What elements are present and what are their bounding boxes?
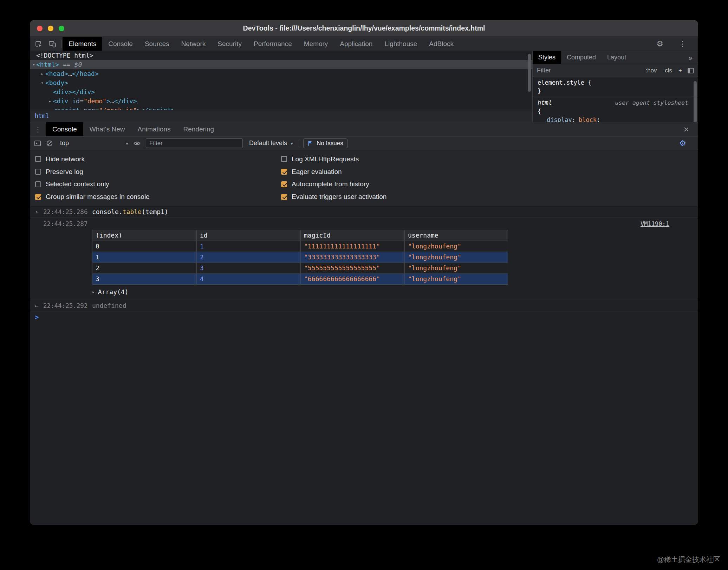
drawer-tab-animations[interactable]: Animations (131, 122, 177, 136)
table-cell: "longzhoufeng" (404, 241, 508, 252)
checkbox-unchecked[interactable] (35, 156, 41, 162)
html-style-rule[interactable]: html user agent stylesheet { display:blo… (533, 97, 698, 126)
styles-tab-computed[interactable]: Computed (561, 51, 602, 64)
dock-sidebar-icon[interactable] (688, 68, 694, 73)
watermark: @稀土掘金技术社区 (657, 555, 720, 564)
styles-scrollbar-thumb[interactable] (694, 81, 697, 123)
tab-elements[interactable]: Elements (63, 37, 102, 51)
table-header-cell[interactable]: (index) (92, 230, 196, 241)
chevron-down-icon: ▾ (126, 141, 128, 146)
tab-console[interactable]: Console (102, 37, 139, 51)
checkbox-checked[interactable] (281, 181, 287, 187)
table-row[interactable]: 12"333333333333333333""longzhoufeng" (92, 252, 508, 263)
console-return-row[interactable]: ← 22:44:25.292 undefined (30, 300, 698, 311)
setting-label: Selected context only (46, 180, 109, 188)
tab-memory[interactable]: Memory (298, 37, 334, 51)
styles-filter-input[interactable] (537, 67, 639, 74)
drawer-tab-what-s-new[interactable]: What's New (83, 122, 131, 136)
table-cell: 0 (92, 241, 196, 252)
table-header-cell[interactable]: id (196, 230, 300, 241)
expand-arrow-icon[interactable]: ▸ (47, 106, 52, 110)
minimize-window-button[interactable] (48, 26, 53, 31)
source-location-link[interactable]: VM1190:1 (641, 220, 669, 227)
table-row[interactable]: 23"555555555555555555""longzhoufeng" (92, 263, 508, 273)
console-command-row[interactable]: › 22:44:25.286 console.table(temp1) (30, 206, 698, 218)
window-controls (37, 26, 64, 31)
toggle-class-button[interactable]: .cls (663, 67, 672, 74)
tab-network[interactable]: Network (175, 37, 212, 51)
titlebar[interactable]: DevTools - file:///Users/chenxianglin/lh… (30, 20, 698, 37)
javascript-context-selector[interactable]: top ▾ (58, 140, 128, 147)
log-levels-dropdown[interactable]: Default levels ▾ (248, 140, 293, 147)
drawer-tabs-list: ConsoleWhat's NewAnimationsRendering (46, 122, 220, 136)
table-header-cell[interactable]: username (404, 230, 508, 241)
styles-tab-layout[interactable]: Layout (602, 51, 632, 64)
console-settings-gear-icon[interactable]: ⚙ (679, 139, 694, 148)
breadcrumb-item-html[interactable]: html (35, 112, 49, 119)
console-setting-hide-network[interactable]: Hide network (35, 153, 281, 166)
clear-console-icon[interactable] (46, 140, 53, 147)
expand-arrow-icon[interactable]: ▸ (92, 289, 95, 294)
dom-node-empty-div[interactable]: <div></div> (30, 88, 532, 97)
collapse-arrow-icon[interactable]: ▾ (40, 78, 45, 88)
dom-node-head[interactable]: ▸<head>…</head> (30, 69, 532, 78)
console-prompt[interactable]: > (30, 311, 698, 323)
checkbox-checked[interactable] (281, 194, 287, 200)
console-setting-preserve-log[interactable]: Preserve log (35, 166, 281, 178)
close-drawer-icon[interactable]: × (675, 122, 698, 136)
dom-node-script[interactable]: ▸<scriptsrc="/mock.js"></script> (30, 106, 532, 110)
tab-sources[interactable]: Sources (139, 37, 175, 51)
elements-scrollbar-thumb[interactable] (528, 54, 531, 92)
overflow-tabs-icon[interactable]: » (688, 51, 698, 64)
console-setting-autocomplete-from-history[interactable]: Autocomplete from history (281, 178, 386, 191)
console-setting-group-similar-messages-in-console[interactable]: Group similar messages in console (35, 190, 281, 203)
console-sidebar-icon[interactable] (34, 140, 41, 147)
console-settings-panel: Hide networkPreserve logSelected context… (30, 150, 698, 206)
new-style-rule-button[interactable]: + (678, 67, 682, 74)
rule-origin: user agent stylesheet (615, 99, 693, 107)
dom-node-doctype[interactable]: <!DOCTYPE html> (30, 51, 532, 60)
console-setting-evaluate-triggers-user-activation[interactable]: Evaluate triggers user activation (281, 190, 386, 203)
table-row[interactable]: 34"666666666666666666""longzhoufeng" (92, 273, 508, 284)
tab-adblock[interactable]: AdBlock (423, 37, 460, 51)
drawer-tab-console[interactable]: Console (46, 122, 83, 136)
inspect-icon[interactable] (35, 40, 42, 47)
expand-arrow-icon[interactable]: ▸ (40, 69, 45, 78)
dom-node-html[interactable]: ▾<html>==$0 (30, 60, 532, 69)
checkbox-unchecked[interactable] (35, 169, 41, 175)
tab-lighthouse[interactable]: Lighthouse (378, 37, 423, 51)
dom-node-body[interactable]: ▾<body> (30, 78, 532, 88)
dom-node-div-demo[interactable]: ▸<divid="demo">…</div> (30, 97, 532, 106)
tab-application[interactable]: Application (334, 37, 378, 51)
console-setting-log-xmlhttprequests[interactable]: Log XMLHttpRequests (281, 153, 386, 166)
drawer-menu-icon[interactable]: ⋮ (30, 122, 46, 136)
drawer-tab-rendering[interactable]: Rendering (177, 122, 220, 136)
expand-arrow-icon[interactable]: ▸ (47, 97, 52, 106)
collapse-arrow-icon[interactable]: ▾ (31, 60, 36, 69)
checkbox-unchecked[interactable] (35, 181, 41, 187)
checkbox-checked[interactable] (35, 194, 41, 200)
element-style-rule[interactable]: element.style { } (533, 77, 698, 97)
zoom-window-button[interactable] (59, 26, 64, 31)
close-window-button[interactable] (37, 26, 43, 31)
toggle-pseudo-state-button[interactable]: :hov (645, 67, 657, 74)
styles-tab-styles[interactable]: Styles (533, 51, 561, 64)
console-filter-input[interactable] (146, 138, 243, 148)
live-expression-eye-icon[interactable] (133, 140, 141, 147)
device-toolbar-icon[interactable] (49, 40, 56, 47)
more-menu-icon[interactable]: ⋮ (679, 40, 686, 48)
tab-performance[interactable]: Performance (248, 37, 298, 51)
settings-gear-icon[interactable]: ⚙ (656, 39, 663, 48)
table-header-row: (index)idmagicIdusername (92, 230, 508, 241)
table-header-cell[interactable]: magicId (300, 230, 404, 241)
checkbox-checked[interactable] (281, 169, 287, 175)
devtools-window: DevTools - file:///Users/chenxianglin/lh… (30, 20, 698, 525)
array-summary-row[interactable]: ▸ Array(4) (92, 288, 698, 296)
console-setting-eager-evaluation[interactable]: Eager evaluation (281, 166, 386, 178)
console-drawer: ⋮ ConsoleWhat's NewAnimationsRendering ×… (30, 122, 698, 525)
console-setting-selected-context-only[interactable]: Selected context only (35, 178, 281, 191)
table-row[interactable]: 01"111111111111111111""longzhoufeng" (92, 241, 508, 252)
tab-security[interactable]: Security (212, 37, 248, 51)
checkbox-unchecked[interactable] (281, 156, 287, 162)
issues-button[interactable]: No Issues (303, 138, 347, 148)
